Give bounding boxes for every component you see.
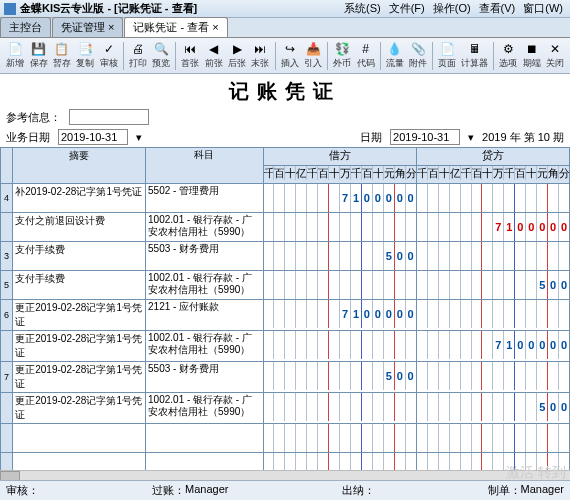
credit-cell[interactable] [416,184,569,213]
calc-icon: 🖩 [467,41,483,57]
credit-cell[interactable]: 7100000 [416,331,569,362]
table-row[interactable]: 更正2019-02-28记字第1号凭证1002.01 - 银行存款 - 广安农村… [1,331,570,362]
summary-cell[interactable]: 更正2019-02-28记字第1号凭证 [13,393,146,424]
menu-item[interactable]: 文件(F) [386,1,428,16]
summary-cell[interactable]: 支付之前退回设计费 [13,213,146,242]
copy-button[interactable]: 📑复制 [74,40,96,71]
flow-button[interactable]: 💧流量 [384,40,406,71]
summary-cell[interactable]: 更正2019-02-28记字第1号凭证 [13,300,146,331]
menu-item[interactable]: 窗口(W) [520,1,566,16]
dropdown-icon[interactable]: ▾ [468,131,474,144]
ref-input[interactable] [69,109,149,125]
insert-icon: ↪ [282,41,298,57]
table-row[interactable]: 5支付手续费1002.01 - 银行存款 - 广安农村信用社（5990）500 [1,271,570,300]
save-button[interactable]: 💾保存 [27,40,49,71]
credit-cell[interactable] [416,424,569,453]
import-button[interactable]: 📥引入 [302,40,324,71]
account-cell[interactable] [146,424,263,453]
voucher-grid[interactable]: 摘要 科目 借方 贷方 千百十亿千百十万千百十元角分 千百十亿千百十万千百十元角… [0,147,570,500]
last-icon: ⏭ [252,41,268,57]
account-cell[interactable]: 1002.01 - 银行存款 - 广安农村信用社（5990） [146,271,263,300]
summary-cell[interactable]: 补2019-02-28记字第1号凭证 [13,184,146,213]
ref-label: 参考信息： [6,110,61,125]
account-cell[interactable]: 1002.01 - 银行存款 - 广安农村信用社（5990） [146,393,263,424]
table-row[interactable]: 6更正2019-02-28记字第1号凭证2121 - 应付账款7100000 [1,300,570,331]
poster-label: 过账： [152,483,185,498]
option-button[interactable]: ⚙选项 [497,40,519,71]
document-title: 记账凭证 [0,74,570,107]
fx-button[interactable]: 💱外币 [331,40,353,71]
summary-cell[interactable]: 更正2019-02-28记字第1号凭证 [13,331,146,362]
col-debit: 借方 [263,148,416,166]
debit-cell[interactable]: 500 [263,242,416,271]
debit-cell[interactable]: 500 [263,362,416,393]
debit-cell[interactable] [263,271,416,300]
next-button[interactable]: ▶后张 [226,40,248,71]
menu-item[interactable]: 查看(V) [476,1,519,16]
credit-cell[interactable] [416,362,569,393]
account-cell[interactable]: 5503 - 财务费用 [146,362,263,393]
toolbar: 📄新增💾保存📋暂存📑复制✓审核🖨打印🔍预览⏮首张◀前张▶后张⏭末张↪插入📥引入💱… [0,38,570,74]
dropdown-icon[interactable]: ▾ [136,131,142,144]
print-button[interactable]: 🖨打印 [127,40,149,71]
table-row[interactable]: 更正2019-02-28记字第1号凭证1002.01 - 银行存款 - 广安农村… [1,393,570,424]
next-icon: ▶ [229,41,245,57]
menu-bar: 系统(S)文件(F)操作(O)查看(V)窗口(W) [341,1,566,16]
preparer-value: Manager [521,483,564,498]
print-icon: 🖨 [130,41,146,57]
prev-icon: ◀ [206,41,222,57]
close-button[interactable]: ✕关闭 [544,40,566,71]
table-row[interactable]: 7更正2019-02-28记字第1号凭证5503 - 财务费用500 [1,362,570,393]
date-label: 日期 [360,130,382,145]
attach-button[interactable]: 📎附件 [407,40,429,71]
menu-item[interactable]: 操作(O) [430,1,474,16]
account-cell[interactable]: 1002.01 - 银行存款 - 广安农村信用社（5990） [146,213,263,242]
credit-cell[interactable]: 500 [416,393,569,424]
account-cell[interactable]: 5503 - 财务费用 [146,242,263,271]
saveas-button[interactable]: 📋暂存 [51,40,73,71]
col-summary: 摘要 [13,148,146,184]
account-cell[interactable]: 5502 - 管理费用 [146,184,263,213]
prev-button[interactable]: ◀前张 [203,40,225,71]
end-icon: ⏹ [524,41,540,57]
table-row[interactable] [1,424,570,453]
table-row[interactable]: 支付之前退回设计费1002.01 - 银行存款 - 广安农村信用社（5990）7… [1,213,570,242]
debit-cell[interactable] [263,424,416,453]
date-input[interactable] [390,129,460,145]
credit-cell[interactable] [416,300,569,331]
preview-button[interactable]: 🔍预览 [150,40,172,71]
tab[interactable]: 凭证管理 × [52,17,123,37]
cashier-label: 出纳： [342,483,375,498]
first-icon: ⏮ [182,41,198,57]
check-icon: ✓ [101,41,117,57]
table-row[interactable]: 3支付手续费5503 - 财务费用500 [1,242,570,271]
end-button[interactable]: ⏹期端 [520,40,542,71]
summary-cell[interactable]: 支付手续费 [13,242,146,271]
new-button[interactable]: 📄新增 [4,40,26,71]
summary-cell[interactable]: 更正2019-02-28记字第1号凭证 [13,362,146,393]
summary-cell[interactable] [13,424,146,453]
credit-cell[interactable]: 7100000 [416,213,569,242]
calc-button[interactable]: 🖩计算器 [460,40,491,71]
credit-cell[interactable] [416,242,569,271]
debit-cell[interactable] [263,213,416,242]
tab[interactable]: 记账凭证 - 查看 × [124,17,227,37]
check-button[interactable]: ✓审核 [97,40,119,71]
debit-cell[interactable]: 7100000 [263,300,416,331]
summary-cell[interactable]: 支付手续费 [13,271,146,300]
last-button[interactable]: ⏭末张 [249,40,271,71]
page-button[interactable]: 📄页面 [436,40,458,71]
account-cell[interactable]: 1002.01 - 银行存款 - 广安农村信用社（5990） [146,331,263,362]
credit-cell[interactable]: 500 [416,271,569,300]
menu-item[interactable]: 系统(S) [341,1,384,16]
debit-cell[interactable] [263,393,416,424]
debit-cell[interactable] [263,331,416,362]
tab[interactable]: 主控台 [0,17,51,37]
bizdate-input[interactable] [58,129,128,145]
code-button[interactable]: #代码 [354,40,376,71]
debit-cell[interactable]: 7100000 [263,184,416,213]
table-row[interactable]: 4补2019-02-28记字第1号凭证5502 - 管理费用7100000 [1,184,570,213]
account-cell[interactable]: 2121 - 应付账款 [146,300,263,331]
first-button[interactable]: ⏮首张 [179,40,201,71]
insert-button[interactable]: ↪插入 [279,40,301,71]
